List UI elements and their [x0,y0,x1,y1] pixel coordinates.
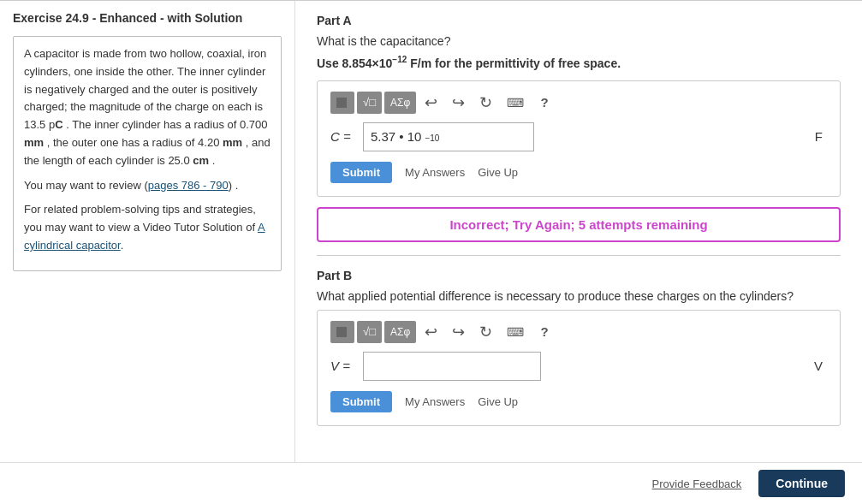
part-b-input-row: V = V [330,352,827,381]
part-a-toolbar: √□ ΑΣφ ↩ ↪ ↻ ⌨ ? [330,92,827,114]
part-b-submit-btn[interactable]: Submit [330,391,392,412]
part-a-sqrt-btn[interactable]: √□ [357,92,382,114]
tips-text: For related problem-solving tips and str… [24,201,270,254]
bottom-bar: Provide Feedback Continue [0,462,862,504]
part-a-label: Part A [317,14,841,27]
part-b-redo-btn[interactable]: ↪ [446,321,471,343]
part-b-square-icon-btn[interactable] [330,321,354,343]
part-b-var-label: V = [330,359,356,373]
part-a-unit: F [815,129,827,144]
problem-box: A capacitor is made from two hollow, coa… [13,36,282,271]
part-a-expression: 5.37 • 10−10 [371,129,439,144]
part-a-square-icon-btn[interactable] [330,92,354,114]
part-b-input[interactable] [363,352,541,381]
part-b-keyboard-btn[interactable]: ⌨ [501,321,530,343]
part-a-answer-box: √□ ΑΣφ ↩ ↪ ↻ ⌨ ? C = 5.37 • 10−10 F [317,80,841,197]
part-b-label: Part B [317,269,841,282]
part-b-answer-box: √□ ΑΣφ ↩ ↪ ↻ ⌨ ? V = V Submit My Answers… [317,310,841,426]
tutor-link[interactable]: A cylindrical capacitor [24,221,265,252]
part-a-question: What is the capacitance? [317,34,841,48]
part-a-refresh-btn[interactable]: ↻ [473,92,498,114]
part-a-submit-btn[interactable]: Submit [330,162,392,183]
incorrect-banner: Incorrect; Try Again; 5 attempts remaini… [317,207,841,242]
part-b-my-answers-link[interactable]: My Answers [405,395,465,408]
left-panel: Exercise 24.9 - Enhanced - with Solution… [0,1,295,462]
part-b-unit: V [814,359,827,373]
part-b-refresh-btn[interactable]: ↻ [473,321,498,343]
part-b-question: What applied potential difference is nec… [317,289,841,303]
provide-feedback-link[interactable]: Provide Feedback [652,477,742,490]
part-a-redo-btn[interactable]: ↪ [446,92,471,114]
part-b-undo-btn[interactable]: ↩ [419,321,443,343]
part-a-undo-btn[interactable]: ↩ [419,92,443,114]
part-a-input-row: C = 5.37 • 10−10 F [330,122,827,151]
part-a-help-btn[interactable]: ? [532,92,556,114]
part-a-give-up-link[interactable]: Give Up [478,166,518,179]
permittivity-text: Use 8.854×10−12 F/m for the permittivity… [317,55,841,70]
part-b-sqrt-btn[interactable]: √□ [357,321,382,343]
right-panel: Part A What is the capacitance? Use 8.85… [295,1,862,462]
part-b-symbol-btn[interactable]: ΑΣφ [384,321,416,343]
part-b-help-btn[interactable]: ? [532,321,556,343]
review-text: You may want to review (pages 786 - 790)… [24,177,270,195]
exercise-title: Exercise 24.9 - Enhanced - with Solution [13,9,282,27]
problem-text: A capacitor is made from two hollow, coa… [24,45,270,170]
part-a-my-answers-link[interactable]: My Answers [405,166,465,179]
part-a-var-label: C = [330,129,356,144]
part-separator [317,255,841,256]
review-link[interactable]: pages 786 - 790 [148,179,229,192]
part-b-give-up-link[interactable]: Give Up [478,395,518,408]
part-b-toolbar: √□ ΑΣφ ↩ ↪ ↻ ⌨ ? [330,321,827,343]
part-b-submit-row: Submit My Answers Give Up [330,391,827,412]
part-a-submit-row: Submit My Answers Give Up [330,162,827,183]
part-a-keyboard-btn[interactable]: ⌨ [501,92,530,114]
continue-btn[interactable]: Continue [758,470,845,497]
part-a-symbol-btn[interactable]: ΑΣφ [384,92,416,114]
part-a-math-input[interactable]: 5.37 • 10−10 [363,122,534,151]
